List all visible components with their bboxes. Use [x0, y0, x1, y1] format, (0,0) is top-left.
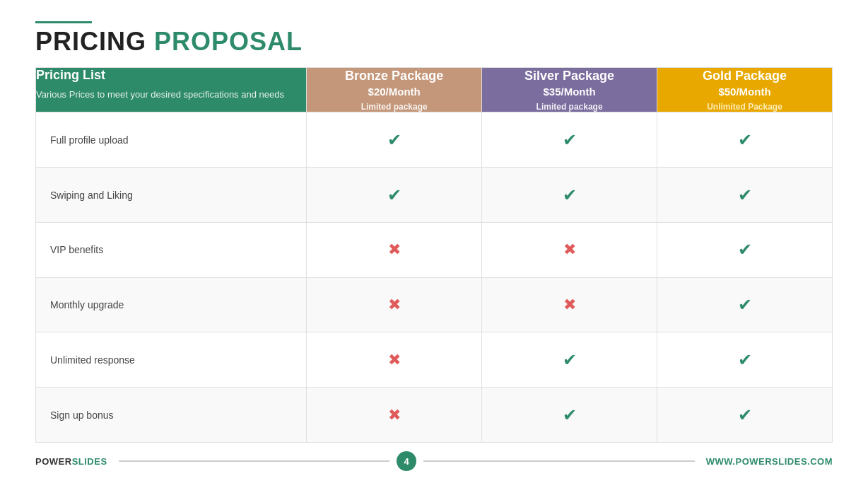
bronze-check-icon: ✔: [307, 112, 482, 168]
silver-check-icon: ✔: [482, 168, 657, 223]
check-icon: ✔: [738, 130, 752, 149]
feature-label: VIP benefits: [36, 222, 307, 277]
table-row: Monthly upgrade✖✖✔: [36, 277, 833, 332]
page: PRICING PROPOSAL Pricing List Various Pr…: [0, 0, 868, 488]
check-icon: ✔: [738, 185, 752, 204]
gold-cross-icon: ✔: [657, 388, 833, 443]
footer-website: WWW.POWERSLIDES.COM: [706, 456, 833, 467]
gold-cross-icon: ✔: [657, 222, 833, 277]
pricing-table: Pricing List Various Prices to meet your…: [35, 67, 833, 443]
gold-cross-icon: ✔: [657, 277, 833, 332]
footer-line-right: [423, 460, 695, 462]
bronze-cross-icon: ✖: [307, 332, 482, 388]
check-icon: ✔: [563, 350, 577, 369]
cross-icon: ✖: [563, 240, 576, 258]
table-row: Sign up bonus✖✔✔: [36, 388, 833, 443]
footer-brand: POWERSLIDES: [35, 456, 107, 467]
page-title: PRICING PROPOSAL: [35, 29, 833, 54]
table-header-row: Pricing List Various Prices to meet your…: [36, 68, 833, 112]
feature-label: Monthly upgrade: [36, 277, 307, 332]
table-row: Full profile upload✔✔✔: [36, 112, 833, 168]
title-line: [35, 21, 92, 23]
feature-label: Sign up bonus: [36, 388, 307, 443]
title-part2: PROPOSAL: [154, 27, 303, 56]
bronze-type: Limited package: [307, 102, 481, 112]
check-icon: ✔: [563, 185, 577, 204]
check-icon: ✔: [738, 240, 752, 259]
pricing-list-label: Pricing List: [36, 68, 306, 83]
silver-type: Limited package: [482, 102, 657, 112]
check-icon: ✔: [738, 405, 752, 424]
silver-cross-icon: ✔: [482, 332, 657, 388]
footer-line-left: [119, 460, 390, 462]
footer-line-container: 4: [119, 451, 695, 471]
brand-part1: POWER: [35, 456, 72, 467]
gold-cross-icon: ✔: [657, 332, 833, 388]
feature-label: Full profile upload: [36, 112, 307, 168]
silver-price: $35/Month: [482, 86, 657, 98]
table-row: VIP benefits✖✖✔: [36, 222, 833, 277]
gold-price: $50/Month: [657, 86, 832, 98]
page-badge: 4: [397, 451, 416, 471]
title-part1: PRICING: [35, 27, 154, 56]
gold-check-icon: ✔: [657, 112, 833, 168]
gold-check-icon: ✔: [657, 168, 833, 223]
silver-name: Silver Package: [482, 68, 657, 84]
table-row: Unlimited response✖✔✔: [36, 332, 833, 388]
table-row: Swiping and Liking✔✔✔: [36, 168, 833, 223]
bronze-price: $20/Month: [307, 86, 481, 98]
bronze-name: Bronze Package: [307, 68, 481, 84]
silver-check-icon: ✔: [482, 112, 657, 168]
check-icon: ✔: [387, 130, 401, 149]
bronze-cross-icon: ✖: [307, 388, 482, 443]
cross-icon: ✖: [388, 351, 401, 368]
header-silver: Silver Package $35/Month Limited package: [482, 68, 657, 112]
cross-icon: ✖: [388, 296, 401, 313]
feature-label: Swiping and Liking: [36, 168, 307, 223]
bronze-check-icon: ✔: [307, 168, 482, 223]
cross-icon: ✖: [563, 296, 576, 313]
check-icon: ✔: [738, 295, 752, 314]
silver-cross-icon: ✔: [482, 388, 657, 443]
title-bar: PRICING PROPOSAL: [35, 21, 833, 54]
feature-label: Unlimited response: [36, 332, 307, 388]
header-gold: Gold Package $50/Month Unlimited Package: [657, 68, 833, 112]
header-bronze: Bronze Package $20/Month Limited package: [307, 68, 482, 112]
check-icon: ✔: [738, 350, 752, 369]
header-pricing-list: Pricing List Various Prices to meet your…: [36, 68, 307, 112]
check-icon: ✔: [563, 405, 577, 424]
check-icon: ✔: [563, 130, 577, 149]
gold-name: Gold Package: [657, 68, 832, 84]
brand-part2: SLIDES: [72, 456, 107, 467]
gold-type: Unlimited Package: [657, 102, 832, 112]
footer: POWERSLIDES 4 WWW.POWERSLIDES.COM: [35, 443, 833, 474]
silver-cross-icon: ✖: [482, 277, 657, 332]
cross-icon: ✖: [388, 240, 401, 258]
silver-cross-icon: ✖: [482, 222, 657, 277]
cross-icon: ✖: [388, 406, 401, 424]
bronze-cross-icon: ✖: [307, 277, 482, 332]
check-icon: ✔: [387, 185, 401, 204]
pricing-list-sub: Various Prices to meet your desired spec…: [36, 88, 306, 101]
bronze-cross-icon: ✖: [307, 222, 482, 277]
